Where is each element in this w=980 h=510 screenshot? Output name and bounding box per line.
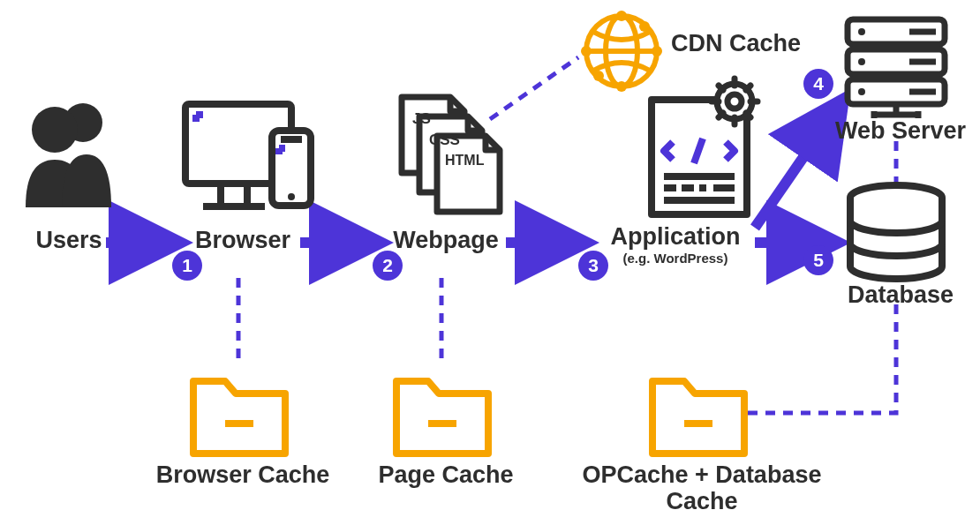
svg-line-38 [719, 86, 723, 90]
browser-cache-label: Browser Cache [146, 462, 340, 489]
server-icon [848, 19, 945, 118]
file-label-html: HTML [445, 153, 485, 168]
svg-point-21 [616, 11, 627, 21]
folder-icon-page-cache [396, 381, 488, 454]
users-label: Users [25, 228, 113, 254]
step-4: 4 [803, 69, 833, 99]
users-icon [26, 103, 111, 207]
svg-line-7 [490, 57, 578, 119]
svg-point-46 [858, 58, 865, 65]
application-label: Application [592, 224, 759, 251]
svg-point-33 [727, 94, 742, 109]
svg-point-47 [858, 88, 865, 95]
browser-label: Browser [181, 228, 305, 254]
folder-icon-op-db-cache [652, 381, 744, 454]
file-label-js: JS [412, 110, 431, 127]
step-3: 3 [578, 251, 608, 281]
svg-line-41 [719, 113, 723, 117]
devices-icon [185, 104, 311, 206]
svg-line-40 [746, 86, 750, 90]
svg-point-26 [593, 71, 604, 81]
step-5: 5 [803, 245, 833, 275]
step-1: 1 [172, 251, 202, 281]
svg-point-45 [858, 28, 865, 35]
svg-point-10 [32, 107, 78, 153]
globe-icon [581, 11, 662, 92]
svg-point-17 [288, 193, 295, 200]
svg-point-25 [639, 21, 650, 32]
op-db-cache-label: OPCache + Database Cache [547, 462, 856, 510]
svg-line-3 [755, 106, 839, 228]
svg-line-39 [746, 113, 750, 117]
svg-point-23 [581, 46, 592, 56]
step-2: 2 [373, 251, 403, 281]
file-label-css: CSS [429, 131, 460, 148]
svg-point-22 [616, 81, 627, 92]
page-cache-label: Page Cache [358, 462, 534, 489]
svg-point-24 [652, 46, 662, 56]
folder-icon-browser-cache [193, 381, 285, 454]
application-icon [652, 79, 758, 214]
database-icon [850, 185, 942, 279]
webpage-label: Webpage [380, 228, 512, 254]
application-sublabel: (e.g. WordPress) [592, 251, 759, 266]
web-server-label: Web Server [830, 118, 971, 145]
cdn-cache-label: CDN Cache [671, 31, 830, 57]
database-label: Database [834, 282, 967, 309]
